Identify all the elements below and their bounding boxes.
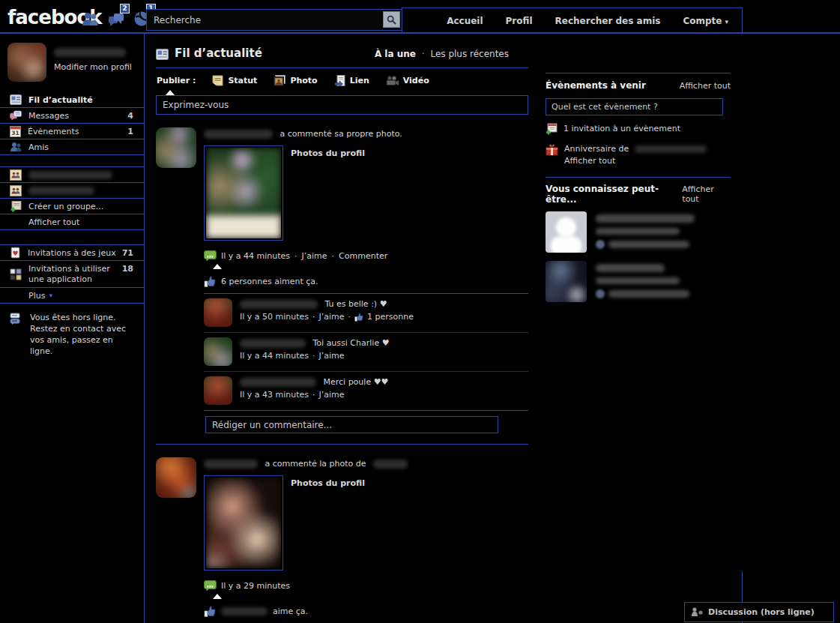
nav-account-menu[interactable]: Compte▾ <box>683 16 728 26</box>
sidebar-item-messages[interactable]: Messages 4 <box>0 108 144 124</box>
profile-name-blurred[interactable] <box>54 48 126 57</box>
meta-separator: · <box>312 311 315 323</box>
event-invitation-row[interactable]: 1 invitation à un évènement <box>546 123 731 136</box>
sidebar-item-label: Amis <box>28 142 49 152</box>
news-feed-column: Fil d’actualité À la une · Les plus réce… <box>156 34 528 623</box>
friend-requests-icon[interactable] <box>81 10 99 27</box>
sidebar-item-friends[interactable]: Amis <box>0 139 144 155</box>
post-photo-thumbnail[interactable] <box>204 145 283 241</box>
status-composer-input[interactable] <box>156 95 528 115</box>
comment-author-avatar[interactable] <box>204 376 232 405</box>
add-friend-link-blurred[interactable] <box>608 241 689 248</box>
album-title[interactable]: Photos du profil <box>291 475 365 571</box>
publish-status-button[interactable]: Statut <box>212 75 257 86</box>
meta-separator: · <box>312 350 315 362</box>
comment-3: Merci poule ♥♥ Il y a 43 minutes · J’aim… <box>204 372 528 410</box>
comment-link[interactable]: Commenter <box>339 251 387 261</box>
suggestion-info-blurred <box>596 277 680 284</box>
birthday-name-blurred[interactable] <box>635 145 707 153</box>
filter-top-news[interactable]: À la une <box>375 49 416 59</box>
friends-icon <box>10 142 22 152</box>
liker-name-blurred[interactable] <box>221 607 268 616</box>
comment-author-avatar[interactable] <box>204 298 232 327</box>
feed-filters: À la une · Les plus récentes <box>375 49 509 60</box>
publish-video-label: Vidéo <box>403 76 429 85</box>
publish-video-button[interactable]: Vidéo <box>386 76 429 86</box>
publish-link-label: Lien <box>350 76 369 85</box>
album-title[interactable]: Photos du profil <box>291 145 365 241</box>
sidebar-item-create-group[interactable]: Créer un groupe... <box>0 199 144 214</box>
suggestion-avatar[interactable] <box>546 261 587 302</box>
post-author-avatar[interactable] <box>156 457 196 498</box>
link-icon <box>334 75 345 86</box>
comment-author-name-blurred[interactable] <box>240 300 318 309</box>
event-invite-icon <box>546 123 558 135</box>
edit-profile-link[interactable]: Modifier mon profil <box>54 62 132 72</box>
sidebar-item-game-invites[interactable]: ♥ Invitations à des jeux 71 <box>0 245 144 261</box>
comment-like-link[interactable]: J’aime <box>319 311 345 323</box>
nav-home[interactable]: Accueil <box>447 16 483 26</box>
likes-summary-text[interactable]: 6 personnes aiment ça. <box>221 277 318 286</box>
search-input[interactable] <box>146 9 402 31</box>
suggestion-name-blurred[interactable] <box>596 214 695 223</box>
comment-author-avatar[interactable] <box>204 337 232 366</box>
topbar-icon-group: 2 1 <box>81 10 151 27</box>
chat-bubbles-icon <box>10 313 23 325</box>
post-action-text: a commenté sa propre photo. <box>280 129 402 139</box>
comment-author-name-blurred[interactable] <box>240 378 316 387</box>
likes-pointer <box>213 594 222 599</box>
post-author-avatar[interactable] <box>156 127 196 168</box>
sidebar-item-label: Créer un groupe... <box>28 202 103 211</box>
like-link[interactable]: J’aime <box>302 251 327 261</box>
publish-link-button[interactable]: Lien <box>334 75 369 86</box>
sidebar-item-events[interactable]: 31 Évènements 1 <box>0 124 144 139</box>
sidebar-item-app-invites[interactable]: Invitations à utiliser une application 1… <box>0 261 144 288</box>
comment-author-name-blurred[interactable] <box>240 339 306 348</box>
nav-find-friends[interactable]: Rechercher des amis <box>555 16 661 26</box>
add-friend-icon <box>596 240 605 249</box>
comment-like-link[interactable]: J’aime <box>319 350 345 362</box>
add-friend-link-blurred[interactable] <box>608 290 689 298</box>
messages-badge[interactable]: 2 <box>120 4 130 13</box>
nav-profile[interactable]: Profil <box>506 16 533 26</box>
birthday-show-all-link[interactable]: Afficher tout <box>564 156 615 166</box>
sidebar-item-label: Plus <box>28 291 45 301</box>
suggestion-avatar[interactable] <box>546 211 587 253</box>
people-you-may-know-section: Vous connaissez peut-être... Afficher to… <box>546 177 731 304</box>
sidebar-show-all-groups[interactable]: Afficher tout <box>0 214 144 230</box>
sidebar-item-group-2[interactable] <box>0 183 144 199</box>
svg-text:31: 31 <box>11 130 19 136</box>
top-navigation: Accueil Profil Rechercher des amis Compt… <box>402 7 743 34</box>
chat-bar[interactable]: Discussion (hors ligne) <box>684 602 834 622</box>
comment-input[interactable] <box>205 416 498 433</box>
sidebar-item-label: Évènements <box>28 127 79 136</box>
sidebar-item-group-1[interactable] <box>0 167 144 183</box>
search-button[interactable] <box>383 11 400 28</box>
group-icon <box>10 169 22 181</box>
filter-most-recent[interactable]: Les plus récentes <box>430 49 509 59</box>
page-title: Fil d’actualité <box>175 46 262 60</box>
sidebar-more[interactable]: Plus ▾ <box>0 288 144 304</box>
create-group-icon <box>10 201 22 212</box>
comment-timestamp: Il y a 43 minutes <box>240 389 309 401</box>
comment-likers-link[interactable]: 1 personne <box>367 311 414 323</box>
offline-notice: Vous êtes hors ligne. Restez en contact … <box>0 304 144 357</box>
post-author-name-blurred[interactable] <box>204 460 258 469</box>
post-author-name-blurred[interactable] <box>204 130 273 139</box>
sidebar-item-news-feed[interactable]: Fil d’actualité <box>0 92 144 108</box>
event-question-input[interactable] <box>546 98 723 115</box>
messages-bubble-icon <box>10 110 22 121</box>
avatar[interactable] <box>7 43 46 82</box>
comment-like-link[interactable]: J’aime <box>319 389 345 401</box>
publish-photo-button[interactable]: Photo <box>274 75 317 86</box>
post-photo-thumbnail[interactable] <box>204 475 283 571</box>
comment-timestamp: Il y a 50 minutes <box>240 311 309 323</box>
likes-summary-row: aime ça. <box>204 606 528 623</box>
post-target-name-blurred[interactable] <box>373 460 408 469</box>
suggestion-name-blurred[interactable] <box>596 264 665 272</box>
messages-icon[interactable]: 2 <box>107 10 125 27</box>
profile-summary: Modifier mon profil <box>0 34 144 92</box>
meta-separator: · <box>348 311 351 323</box>
events-show-all-link[interactable]: Afficher tout <box>680 81 731 91</box>
suggestions-show-all-link[interactable]: Afficher tout <box>682 184 731 204</box>
